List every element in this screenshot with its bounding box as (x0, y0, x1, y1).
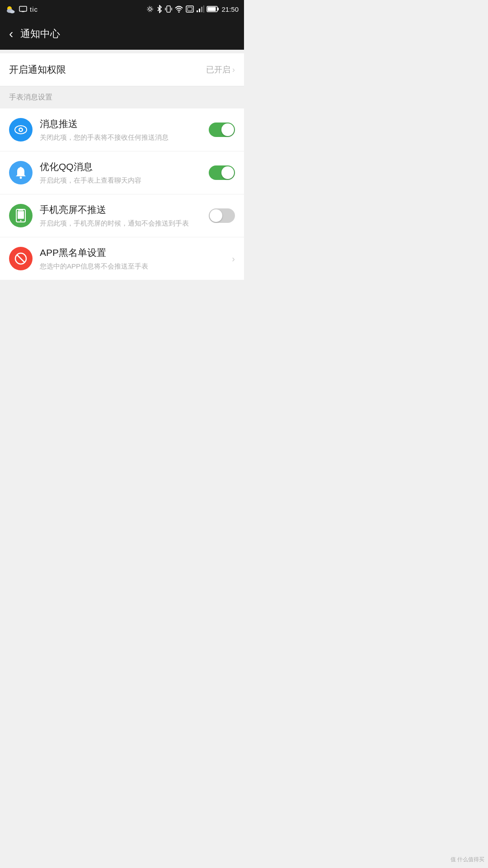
toggle-knob (221, 123, 234, 136)
permission-value: 已开启 (206, 64, 230, 75)
svg-rect-13 (197, 10, 198, 12)
status-left: tic (5, 5, 38, 14)
svg-rect-16 (203, 5, 204, 13)
permission-label: 开启通知权限 (9, 63, 66, 76)
blacklist-chevron-icon: › (232, 254, 235, 264)
qq-text: 优化QQ消息 开启此项，在手表上查看聊天内容 (40, 160, 202, 185)
svg-rect-15 (201, 7, 202, 12)
message-push-title: 消息推送 (40, 118, 202, 130)
qq-toggle[interactable] (209, 165, 235, 180)
setting-item-screen[interactable]: 手机亮屏不推送 开启此项，手机亮屏的时候，通知不会推送到手表 (0, 194, 244, 237)
svg-point-22 (20, 129, 22, 131)
screen-title: 手机亮屏不推送 (40, 203, 202, 216)
svg-rect-24 (20, 167, 22, 168)
svg-line-30 (17, 255, 25, 263)
bottom-padding (0, 280, 244, 361)
qq-desc: 开启此项，在手表上查看聊天内容 (40, 175, 202, 185)
toggle-knob (210, 209, 222, 222)
vibrate-icon (165, 5, 172, 13)
screen-icon (19, 6, 27, 12)
screen-setting-icon-bg (9, 204, 33, 227)
sim-icon (186, 5, 194, 13)
satellite-icon (146, 5, 154, 13)
screen-text: 手机亮屏不推送 开启此项，手机亮屏的时候，通知不会推送到手表 (40, 203, 202, 228)
svg-point-2 (10, 10, 15, 14)
svg-rect-26 (18, 211, 24, 219)
permission-row[interactable]: 开启通知权限 已开启 › (0, 53, 244, 86)
setting-item-qq[interactable]: 优化QQ消息 开启此项，在手表上查看聊天内容 (0, 151, 244, 194)
weather-icon (5, 5, 16, 14)
status-right: 21:50 (146, 5, 239, 13)
svg-rect-18 (217, 8, 219, 10)
message-push-toggle[interactable] (209, 123, 235, 137)
screen-desc: 开启此项，手机亮屏的时候，通知不会推送到手表 (40, 218, 202, 228)
setting-item-message-push[interactable]: 消息推送 关闭此项，您的手表将不接收任何推送消息 (0, 108, 244, 151)
back-button[interactable]: ‹ (9, 28, 13, 40)
blacklist-icon-bg (9, 247, 33, 270)
block-icon (14, 252, 28, 265)
settings-section: 消息推送 关闭此项，您的手表将不接收任何推送消息 (0, 108, 244, 280)
battery-icon (206, 6, 219, 12)
permission-status: 已开启 › (206, 64, 235, 75)
status-bar: tic (0, 0, 244, 18)
svg-point-6 (147, 6, 153, 12)
svg-point-27 (20, 220, 22, 222)
svg-point-5 (149, 8, 151, 10)
message-push-text: 消息推送 关闭此项，您的手表将不接收任何推送消息 (40, 118, 202, 142)
section-header-label: 手表消息设置 (9, 93, 52, 101)
svg-rect-11 (186, 6, 193, 12)
page-title: 通知中心 (20, 27, 60, 41)
app-name: tic (30, 5, 38, 13)
blacklist-desc: 您选中的APP信息将不会推送至手表 (40, 261, 225, 271)
signal-icon (196, 5, 204, 13)
top-bar: ‹ 通知中心 (0, 18, 244, 50)
svg-rect-7 (167, 6, 170, 12)
svg-rect-12 (188, 7, 192, 11)
wifi-icon (174, 5, 183, 13)
toggle-knob (221, 166, 234, 179)
blacklist-text: APP黑名单设置 您选中的APP信息将不会推送至手表 (40, 246, 225, 271)
screen-toggle[interactable] (209, 208, 235, 223)
svg-rect-14 (199, 9, 200, 12)
setting-item-blacklist[interactable]: APP黑名单设置 您选中的APP信息将不会推送至手表 › (0, 237, 244, 280)
qq-title: 优化QQ消息 (40, 160, 202, 173)
eye-icon (14, 125, 27, 134)
svg-rect-19 (208, 7, 216, 11)
time-display: 21:50 (221, 5, 239, 13)
content-area: 开启通知权限 已开启 › 手表消息设置 消息推送 (0, 53, 244, 361)
svg-point-10 (178, 11, 180, 13)
message-push-icon-bg (9, 118, 33, 142)
bluetooth-icon (156, 5, 163, 13)
section-header: 手表消息设置 (0, 86, 244, 108)
svg-rect-3 (19, 6, 27, 11)
svg-rect-4 (22, 11, 24, 12)
svg-point-23 (20, 177, 22, 179)
phone-screen-icon (15, 209, 27, 222)
qq-icon-bg (9, 161, 33, 184)
chevron-right-icon: › (232, 65, 235, 75)
bell-icon (15, 166, 27, 179)
blacklist-title: APP黑名单设置 (40, 246, 225, 259)
message-push-desc: 关闭此项，您的手表将不接收任何推送消息 (40, 132, 202, 142)
